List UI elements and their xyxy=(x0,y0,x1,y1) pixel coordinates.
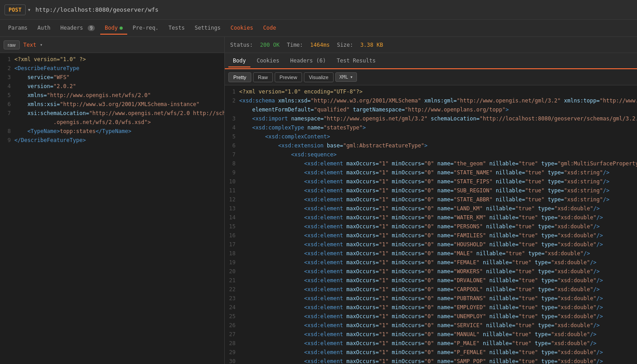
tab-tests[interactable]: Tests xyxy=(164,22,189,35)
right-panel: Status: 200 OK Time: 1464ms Size: 3.38 K… xyxy=(225,37,637,364)
xml-label: XML xyxy=(339,74,348,80)
size-value: 3.38 KB xyxy=(361,42,383,48)
url-bar[interactable]: http://localhost:8080/geoserver/wfs xyxy=(36,6,159,13)
left-code-area[interactable]: 1 <?xml version="1.0" ?> 2 <DescribeFeat… xyxy=(0,53,224,364)
tab-headers[interactable]: Headers 9 xyxy=(56,22,99,35)
r-line-22: 22 <xsd:element maxOccurs="1" minOccurs=… xyxy=(225,285,637,294)
time-value: 1464ms xyxy=(310,42,330,48)
left-panel: raw Text ▾ 1 <?xml version="1.0" ?> 2 <D… xyxy=(0,37,225,364)
r-line-19: 19 <xsd:element maxOccurs="1" minOccurs=… xyxy=(225,258,637,267)
r-line-17: 17 <xsd:element maxOccurs="1" minOccurs=… xyxy=(225,240,637,249)
pretty-button[interactable]: Pretty xyxy=(228,72,251,82)
raw-button[interactable]: raw xyxy=(4,40,20,49)
left-line-7b: .opengis.net/wfs/2.0/wfs.xsd"> xyxy=(0,118,224,127)
raw-resp-button[interactable]: Raw xyxy=(253,72,273,82)
method-badge[interactable]: POST xyxy=(4,4,26,15)
r-line-18: 18 <xsd:element maxOccurs="1" minOccurs=… xyxy=(225,249,637,258)
status-value: 200 OK xyxy=(260,42,280,48)
r-line-23: 23 <xsd:element maxOccurs="1" minOccurs=… xyxy=(225,294,637,303)
left-line-3: 3 service="WFS" xyxy=(0,73,224,82)
time-label: Time: xyxy=(287,42,303,48)
preview-button[interactable]: Preview xyxy=(275,72,302,82)
content-area: raw Text ▾ 1 <?xml version="1.0" ?> 2 <D… xyxy=(0,37,637,364)
left-line-6: 6 xmlns:xsi="http://www.w3.org/2001/XMLS… xyxy=(0,100,224,109)
r-line-24: 24 <xsd:element maxOccurs="1" minOccurs=… xyxy=(225,303,637,312)
tab-code[interactable]: Code xyxy=(258,22,281,35)
r-line-20: 20 <xsd:element maxOccurs="1" minOccurs=… xyxy=(225,267,637,276)
right-code-area[interactable]: 1 <?xml version="1.0" encoding="UTF-8"?>… xyxy=(225,85,637,364)
r-line-6: 6 <xsd:extension base="gml:AbstractFeatu… xyxy=(225,141,637,150)
resp-tab-headers[interactable]: Headers (6) xyxy=(285,55,330,67)
left-line-1: 1 <?xml version="1.0" ?> xyxy=(0,55,224,64)
left-line-5: 5 xmlns="http://www.opengis.net/wfs/2.0" xyxy=(0,91,224,100)
resp-tab-cookies[interactable]: Cookies xyxy=(252,55,284,67)
r-line-5: 5 <xsd:complexContent> xyxy=(225,132,637,141)
response-header: Status: 200 OK Time: 1464ms Size: 3.38 K… xyxy=(225,37,637,53)
xml-format-dropdown[interactable]: XML ▾ xyxy=(335,72,357,82)
r-line-15: 15 <xsd:element maxOccurs="1" minOccurs=… xyxy=(225,222,637,231)
r-line-14: 14 <xsd:element maxOccurs="1" minOccurs=… xyxy=(225,213,637,222)
tab-auth[interactable]: Auth xyxy=(33,22,55,35)
visualize-button[interactable]: Visualize xyxy=(304,72,334,82)
r-line-25: 25 <xsd:element maxOccurs="1" minOccurs=… xyxy=(225,312,637,321)
r-line-27: 27 <xsd:element maxOccurs="1" minOccurs=… xyxy=(225,330,637,339)
r-line-13: 13 <xsd:element maxOccurs="1" minOccurs=… xyxy=(225,204,637,213)
response-tabs: Body Cookies Headers (6) Test Results xyxy=(225,53,637,69)
r-line-29: 29 <xsd:element maxOccurs="1" minOccurs=… xyxy=(225,348,637,357)
r-line-2b: elementFormDefault="qualified" targetNam… xyxy=(225,105,637,114)
tab-prereq[interactable]: Pre-req. xyxy=(128,22,163,35)
r-line-2: 2 <xsd:schema xmlns:xsd="http://www.w3.o… xyxy=(225,96,637,105)
top-bar: POST ▾ http://localhost:8080/geoserver/w… xyxy=(0,0,637,20)
method-dropdown-icon[interactable]: ▾ xyxy=(27,6,31,13)
resp-toolbar: Pretty Raw Preview Visualize XML ▾ ≡ xyxy=(225,69,637,85)
r-line-8: 8 <xsd:element maxOccurs="1" minOccurs="… xyxy=(225,159,637,168)
left-line-7a: 7 xsi:schemaLocation="http://www.opengis… xyxy=(0,109,224,118)
text-dropdown-icon[interactable]: ▾ xyxy=(40,42,43,47)
r-line-4: 4 <xsd:complexType name="statesType"> xyxy=(225,123,637,132)
r-line-7: 7 <xsd:sequence> xyxy=(225,150,637,159)
text-button[interactable]: Text xyxy=(23,42,36,48)
r-line-9: 9 <xsd:element maxOccurs="1" minOccurs="… xyxy=(225,168,637,177)
tab-body[interactable]: Body xyxy=(100,22,127,35)
r-line-21: 21 <xsd:element maxOccurs="1" minOccurs=… xyxy=(225,276,637,285)
r-line-16: 16 <xsd:element maxOccurs="1" minOccurs=… xyxy=(225,231,637,240)
left-line-9: 9 </DescribeFeatureType> xyxy=(0,136,224,145)
status-label: Status: xyxy=(230,42,253,48)
left-line-4: 4 version="2.0.2" xyxy=(0,82,224,91)
tab-cookies[interactable]: Cookies xyxy=(226,22,258,35)
nav-tabs: Params Auth Headers 9 Body Pre-req. Test… xyxy=(0,20,637,37)
r-line-30: 30 <xsd:element maxOccurs="1" minOccurs=… xyxy=(225,357,637,364)
left-line-8: 8 <TypeName>topp:states</TypeName> xyxy=(0,127,224,136)
resp-tab-test-results[interactable]: Test Results xyxy=(332,55,380,67)
r-line-12: 12 <xsd:element maxOccurs="1" minOccurs=… xyxy=(225,195,637,204)
r-line-26: 26 <xsd:element maxOccurs="1" minOccurs=… xyxy=(225,321,637,330)
r-line-10: 10 <xsd:element maxOccurs="1" minOccurs=… xyxy=(225,177,637,186)
tab-settings[interactable]: Settings xyxy=(190,22,225,35)
r-line-11: 11 <xsd:element maxOccurs="1" minOccurs=… xyxy=(225,186,637,195)
size-label: Size: xyxy=(337,42,353,48)
r-line-3: 3 <xsd:import namespace="http://www.open… xyxy=(225,114,637,123)
resp-tab-body[interactable]: Body xyxy=(228,55,250,67)
r-line-28: 28 <xsd:element maxOccurs="1" minOccurs=… xyxy=(225,339,637,348)
tab-params[interactable]: Params xyxy=(4,22,32,35)
left-toolbar: raw Text ▾ xyxy=(0,37,224,53)
r-line-1: 1 <?xml version="1.0" encoding="UTF-8"?> xyxy=(225,87,637,96)
left-line-2: 2 <DescribeFeatureType xyxy=(0,64,224,73)
xml-dropdown-icon: ▾ xyxy=(350,74,353,80)
